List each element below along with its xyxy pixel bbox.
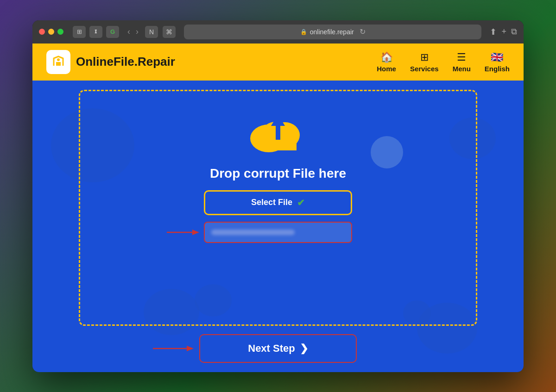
grammarly-btn[interactable]: G bbox=[106, 26, 119, 38]
minimize-button[interactable] bbox=[48, 29, 54, 35]
back-button[interactable]: ‹ bbox=[126, 26, 132, 37]
lock-icon: 🔒 bbox=[300, 29, 307, 35]
nav-services[interactable]: ⊞ Services bbox=[410, 51, 439, 73]
share-icon[interactable]: ⬆ bbox=[490, 27, 497, 37]
logo-svg bbox=[50, 54, 67, 70]
extra-controls: ⬆ + ⧉ bbox=[490, 27, 517, 37]
site-header: OnlineFile.Repair 🏠 Home ⊞ Services ☰ Me… bbox=[32, 44, 524, 81]
file-name-blurred-text bbox=[211, 230, 295, 235]
file-name-input[interactable] bbox=[204, 222, 352, 243]
traffic-lights bbox=[39, 29, 63, 35]
reload-icon[interactable]: ↻ bbox=[360, 27, 366, 36]
nav-english[interactable]: 🇬🇧 English bbox=[485, 51, 510, 73]
nav-items: 🏠 Home ⊞ Services ☰ Menu 🇬🇧 English bbox=[377, 51, 510, 73]
flag-icon: 🇬🇧 bbox=[491, 51, 503, 63]
forward-button[interactable]: › bbox=[134, 26, 140, 37]
svg-marker-9 bbox=[187, 346, 194, 351]
upload-cloud-icon bbox=[246, 105, 310, 158]
file-input-wrapper bbox=[204, 222, 352, 243]
drop-text: Drop corrupt File here bbox=[210, 166, 346, 181]
logo-area: OnlineFile.Repair bbox=[46, 50, 377, 74]
drop-zone[interactable]: Drop corrupt File here Select File ✔ bbox=[79, 90, 477, 326]
select-file-button[interactable]: Select File ✔ bbox=[204, 190, 352, 215]
checkmark-icon: ✔ bbox=[297, 197, 305, 208]
logo-icon bbox=[46, 50, 70, 74]
select-file-label: Select File bbox=[251, 198, 292, 207]
services-icon: ⊞ bbox=[420, 51, 429, 63]
nav-arrows: ‹ › bbox=[126, 26, 140, 37]
arrow-2 bbox=[153, 343, 194, 354]
notion-btn[interactable]: N bbox=[145, 26, 158, 38]
ext-btn[interactable]: ⌘ bbox=[163, 26, 176, 38]
nav-menu[interactable]: ☰ Menu bbox=[453, 51, 471, 73]
close-button[interactable] bbox=[39, 29, 45, 35]
main-content: Drop corrupt File here Select File ✔ bbox=[32, 81, 524, 372]
cloud-svg bbox=[246, 105, 310, 156]
home-icon: 🏠 bbox=[380, 51, 393, 63]
logo-text: OnlineFile.Repair bbox=[76, 55, 175, 69]
menu-label: Menu bbox=[453, 65, 471, 73]
browser-toolbar-controls: ⊞ 𝗜 G bbox=[73, 26, 119, 38]
svg-point-0 bbox=[57, 58, 60, 61]
menu-icon: ☰ bbox=[457, 51, 466, 63]
tabs-icon[interactable]: ⧉ bbox=[511, 27, 517, 37]
red-arrow-svg-2 bbox=[153, 343, 194, 354]
next-step-wrapper: Next Step ❯ bbox=[199, 334, 357, 363]
browser-window: ⊞ 𝗜 G ‹ › N ⌘ 🔒 onlinefile.repair ↻ ⬆ + … bbox=[32, 20, 524, 372]
next-step-area: Next Step ❯ bbox=[32, 334, 524, 363]
red-arrow-svg-1 bbox=[167, 227, 199, 238]
text-format-btn[interactable]: 𝗜 bbox=[89, 26, 102, 38]
home-label: Home bbox=[377, 65, 396, 73]
new-tab-icon[interactable]: + bbox=[501, 27, 506, 37]
services-label: Services bbox=[410, 65, 439, 73]
next-step-chevron: ❯ bbox=[300, 342, 308, 355]
url-text: onlinefile.repair bbox=[310, 28, 354, 36]
maximize-button[interactable] bbox=[57, 29, 63, 35]
svg-marker-7 bbox=[192, 230, 199, 235]
nav-home[interactable]: 🏠 Home bbox=[377, 51, 396, 73]
next-step-label: Next Step bbox=[248, 342, 295, 355]
sidebar-toggle[interactable]: ⊞ bbox=[73, 26, 86, 38]
browser-content: OnlineFile.Repair 🏠 Home ⊞ Services ☰ Me… bbox=[32, 44, 524, 372]
address-bar[interactable]: 🔒 onlinefile.repair ↻ bbox=[184, 25, 481, 39]
english-label: English bbox=[485, 65, 510, 73]
arrow-1 bbox=[167, 227, 199, 238]
next-step-button[interactable]: Next Step ❯ bbox=[199, 334, 357, 363]
browser-titlebar: ⊞ 𝗜 G ‹ › N ⌘ 🔒 onlinefile.repair ↻ ⬆ + … bbox=[32, 20, 524, 44]
